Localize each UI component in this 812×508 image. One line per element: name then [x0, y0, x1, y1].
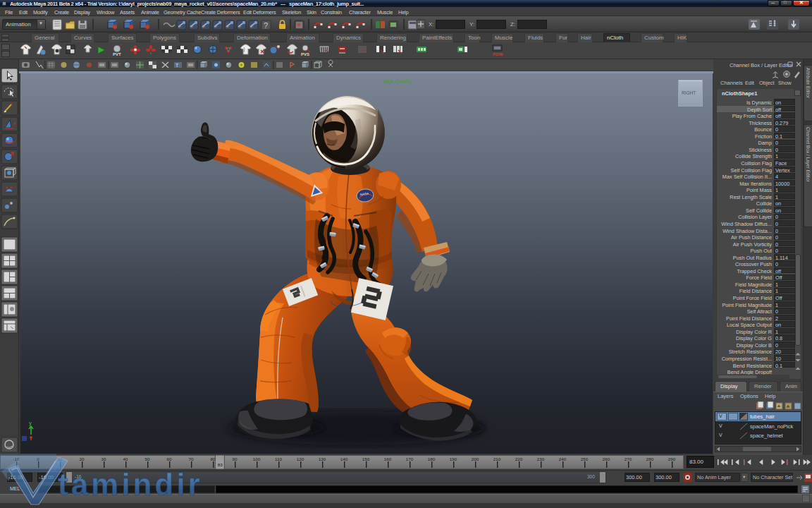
svg-text:270: 270 [625, 456, 632, 461]
svg-text:PVS: PVS [301, 52, 309, 56]
svg-text:y: y [29, 420, 32, 426]
svg-text:280: 280 [646, 456, 654, 461]
svg-text:?: ? [264, 21, 268, 30]
svg-text:150: 150 [362, 456, 370, 461]
svg-text:PVT: PVT [113, 52, 121, 56]
svg-text:120: 120 [297, 456, 304, 461]
svg-text:110: 110 [275, 456, 282, 461]
svg-text:140: 140 [340, 456, 348, 461]
svg-text:180: 180 [428, 456, 436, 461]
svg-text:220: 220 [515, 456, 523, 461]
svg-text:240: 240 [559, 456, 567, 461]
svg-text:130: 130 [319, 456, 326, 461]
svg-text:100: 100 [253, 456, 261, 461]
svg-text:210: 210 [493, 456, 501, 461]
svg-text:90: 90 [233, 456, 238, 461]
svg-text:170: 170 [406, 456, 414, 461]
svg-text:POW: POW [493, 52, 503, 56]
svg-text:tamindir: tamindir [58, 467, 203, 502]
svg-text:250: 250 [581, 456, 589, 461]
svg-text:160: 160 [384, 456, 392, 461]
svg-text:230: 230 [537, 456, 545, 461]
svg-text:290: 290 [668, 456, 676, 461]
svg-text:260: 260 [603, 456, 610, 461]
svg-text:200: 200 [472, 456, 479, 461]
svg-text:190: 190 [450, 456, 457, 461]
svg-text:T: T [176, 63, 179, 68]
svg-text:83: 83 [218, 462, 223, 467]
